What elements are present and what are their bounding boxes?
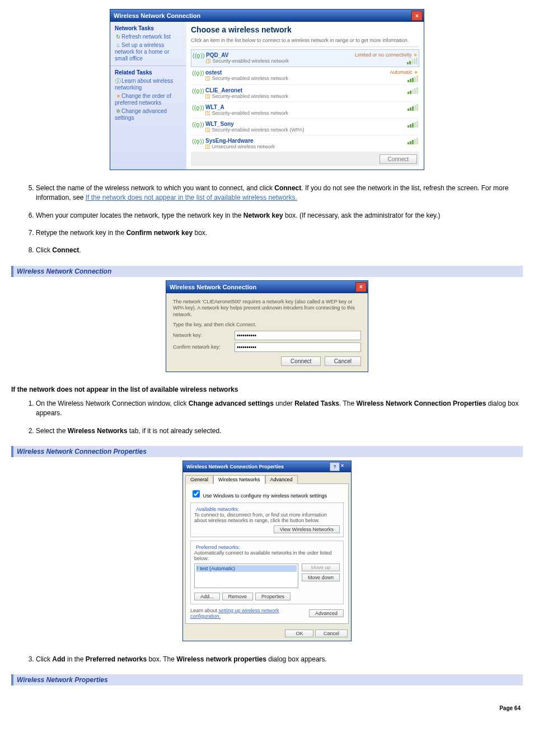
header-wncp: Wireless Network Connection Properties [11, 446, 523, 457]
network-status: Automatic ★ [390, 69, 418, 75]
dialog-instruction: Type the key, and then click Connect. [173, 322, 361, 327]
available-networks-text: To connect to, disconnect from, or find … [194, 512, 340, 523]
ok-button[interactable]: OK [285, 630, 313, 637]
network-status: Limited or no connectivity ★ [355, 52, 418, 58]
info-icon: ⓘ [115, 78, 121, 84]
step-c1: Click Add in the Preferred networks box.… [36, 655, 523, 664]
related-tasks-header: Related Tasks [115, 69, 182, 76]
cancel-button[interactable]: Cancel [315, 630, 348, 637]
sidebar: Network Tasks ↻Refresh network list ⌂Set… [110, 22, 186, 170]
preferred-network-item[interactable]: ĭ test (Automatic) [196, 565, 297, 572]
move-up-button[interactable]: Move up [302, 564, 340, 571]
tab-wireless-networks[interactable]: Wireless Networks [213, 475, 265, 484]
confirm-key-label: Confirm network key: [173, 344, 235, 350]
lock-icon: ⚿ [205, 76, 210, 81]
wireless-icon: ((ǫ)) [193, 52, 203, 59]
wireless-icon: ((ǫ)) [192, 104, 202, 111]
close-icon[interactable]: × [341, 463, 350, 471]
step-b2: Select the Wireless Networks tab, if it … [36, 426, 523, 436]
lock-icon: ⚿ [205, 110, 210, 116]
lock-icon: ⚿ [205, 144, 210, 149]
preferred-networks-label: Preferred networks: [194, 544, 242, 550]
network-item[interactable]: ((ǫ))WLT_Sony⚿ Security-enabled wireless… [191, 119, 419, 135]
move-down-button[interactable]: Move down [302, 574, 340, 581]
network-key-input[interactable] [235, 331, 361, 340]
window-titlebar: Wireless Network Connection × [110, 10, 424, 22]
window-title: Wireless Network Connection [114, 12, 200, 19]
signal-icon [407, 104, 418, 111]
setup-network-link[interactable]: ⌂Set up a wireless network for a home or… [115, 42, 182, 62]
change-advanced-link[interactable]: ✲Change advanced settings [115, 108, 182, 121]
step-5: Select the name of the wireless network … [36, 184, 523, 203]
network-name: WLT_A [205, 104, 402, 110]
pane-blurb: Click an item in the list below to conne… [191, 37, 419, 47]
signal-icon [407, 76, 418, 82]
step-8: Click Connect. [36, 246, 523, 255]
learn-link[interactable]: ⓘLearn about wireless networking [115, 78, 182, 91]
available-networks-label: Available networks: [194, 506, 241, 512]
confirm-key-input[interactable] [235, 342, 361, 352]
star-icon: ★ [115, 93, 121, 100]
signal-icon [407, 87, 418, 94]
change-order-link[interactable]: ★Change the order of preferred networks [115, 93, 182, 106]
dialog-title: Wireless Network Connection Properties [186, 464, 284, 469]
dialog-titlebar: Wireless Network Connection × [166, 281, 368, 293]
wireless-icon: ((ǫ)) [192, 87, 202, 95]
network-desc: ⚿ Unsecured wireless network [205, 144, 402, 149]
help-icon[interactable]: ? [330, 462, 340, 471]
preferred-networks-list[interactable]: ĭ test (Automatic) [194, 564, 298, 588]
add-button[interactable]: Add... [194, 593, 220, 600]
step-6: When your computer locates the network, … [36, 211, 523, 220]
star-icon: ★ [413, 52, 418, 58]
network-name: ostest [205, 69, 386, 76]
network-name: SysEng-Hardware [205, 138, 402, 144]
properties-dialog: Wireless Network Connection Properties ?… [182, 461, 352, 641]
network-desc: ⚿ Security-enabled wireless network (WPA… [205, 127, 402, 133]
advanced-button[interactable]: Advanced [309, 609, 344, 617]
tab-general[interactable]: General [185, 475, 213, 484]
use-windows-checkbox-input[interactable] [193, 490, 200, 497]
connect-button[interactable]: Connect [281, 356, 321, 366]
cancel-button[interactable]: Cancel [325, 356, 361, 366]
section-heading: If the network does not appear in the li… [11, 386, 523, 393]
tab-advanced[interactable]: Advanced [265, 475, 298, 484]
signal-icon [407, 138, 418, 144]
if-network-missing-link[interactable]: If the network does not appear in the li… [86, 194, 297, 201]
network-name: WLT_Sony [205, 121, 402, 127]
lock-icon: ⚿ [205, 127, 210, 133]
properties-button[interactable]: Properties [255, 593, 291, 600]
wireless-icon: ((ǫ)) [192, 121, 202, 128]
network-item[interactable]: ((ǫ))SysEng-Hardware⚿ Unsecured wireless… [191, 135, 419, 152]
page-number: Page 64 [499, 705, 521, 711]
pane-heading: Choose a wireless network [191, 25, 419, 34]
antenna-icon: ĭ [197, 566, 199, 571]
close-icon[interactable]: × [355, 282, 367, 292]
network-item[interactable]: ((ǫ))PQD_AV⚿ Security-enabled wireless n… [191, 49, 419, 67]
use-windows-checkbox[interactable]: Use Windows to configure my wireless net… [190, 493, 327, 499]
network-tasks-header: Network Tasks [115, 25, 182, 31]
network-item[interactable]: ((ǫ))CLIE_Aeronet⚿ Security-enabled wire… [191, 85, 419, 102]
wireless-icon: ((ǫ)) [192, 138, 202, 145]
close-icon[interactable]: × [411, 11, 423, 21]
view-wireless-networks-button[interactable]: View Wireless Networks [274, 525, 340, 533]
network-desc: ⚿ Security-enabled wireless network [205, 110, 402, 116]
step-7: Retype the network key in the Confirm ne… [36, 228, 523, 238]
network-desc: ⚿ Security-enabled wireless network [205, 93, 402, 99]
lock-icon: ⚿ [206, 58, 211, 64]
network-desc: ⚿ Security-enabled wireless network [206, 58, 352, 64]
network-name: CLIE_Aeronet [205, 87, 402, 93]
lock-icon: ⚿ [205, 93, 210, 99]
refresh-icon: ↻ [115, 34, 121, 40]
dialog-titlebar: Wireless Network Connection Properties ?… [183, 461, 351, 472]
network-name: PQD_AV [206, 52, 352, 58]
network-item[interactable]: ((ǫ))ostest⚿ Security-enabled wireless n… [191, 67, 419, 84]
tab-bar: General Wireless Networks Advanced [183, 472, 351, 483]
network-item[interactable]: ((ǫ))WLT_A⚿ Security-enabled wireless ne… [191, 102, 419, 119]
remove-button[interactable]: Remove [222, 593, 254, 600]
connect-button[interactable]: Connect [380, 154, 417, 164]
refresh-network-list-link[interactable]: ↻Refresh network list [115, 34, 182, 40]
dialog-message: The network 'CLIEAeronet500' requires a … [173, 299, 361, 318]
network-list-pane: Choose a wireless network Click an item … [186, 22, 424, 170]
dialog-title: Wireless Network Connection [170, 284, 256, 290]
network-key-label: Network key: [173, 332, 235, 338]
